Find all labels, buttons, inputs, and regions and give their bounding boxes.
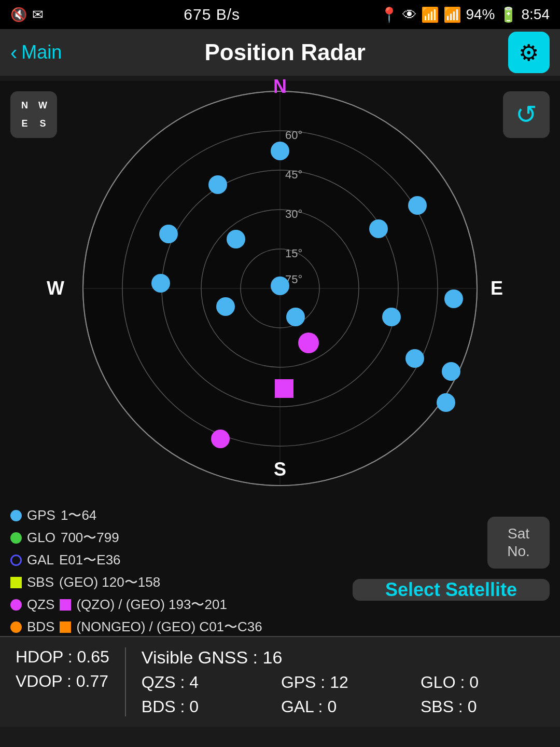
legend-gps-range: 1〜64: [61, 506, 96, 524]
sat-no-label: SatNo.: [507, 525, 530, 560]
sat-no-button[interactable]: SatNo.: [487, 517, 550, 569]
compass-s: S: [34, 115, 52, 133]
gps-stat: GPS : 12: [281, 673, 405, 692]
gal-dot: [10, 555, 22, 566]
svg-point-18: [216, 297, 235, 316]
wifi-icon: 📶: [421, 6, 439, 23]
legend-glo-range: 700〜799: [61, 529, 119, 547]
legend-bds-range: (NONGEO) / (GEO) C01〜C36: [76, 618, 262, 636]
svg-text:60°: 60°: [285, 129, 302, 142]
back-button[interactable]: ‹ Main: [10, 41, 62, 64]
gear-icon: ⚙: [519, 39, 539, 66]
back-label[interactable]: Main: [21, 42, 62, 63]
eye-icon: 👁: [402, 6, 417, 23]
legend-glo-label: GLO: [27, 530, 55, 546]
hdop-stat: HDOP : 0.65: [16, 647, 109, 667]
status-bar: 🔇 ✉ 675 B/s 📍 👁 📶 📶 94% 🔋 8:54: [0, 0, 560, 29]
email-icon: ✉: [32, 7, 44, 23]
status-speed: 675 B/s: [184, 6, 240, 23]
legend-qzs-label: QZS: [27, 597, 54, 613]
dop-stats: HDOP : 0.65 VDOP : 0.77: [16, 647, 109, 716]
svg-text:45°: 45°: [285, 168, 302, 181]
legend-sbs-range: (GEO) 120〜158: [59, 573, 160, 591]
compass-n: N: [16, 96, 34, 115]
refresh-button[interactable]: ↺: [503, 91, 550, 138]
direction-north: N: [273, 76, 287, 98]
svg-point-27: [437, 393, 455, 412]
page-title: Position Radar: [204, 39, 366, 65]
svg-point-25: [405, 349, 424, 368]
battery-pct: 94%: [466, 6, 495, 23]
svg-point-20: [369, 219, 388, 238]
svg-point-24: [444, 289, 463, 308]
status-icons: 🔇 ✉: [10, 7, 44, 23]
legend-gal-range: E01〜E36: [59, 551, 121, 569]
legend-container: GPS 1〜64 GLO 700〜799 GAL E01〜E36 SBS (GE…: [0, 501, 560, 636]
visible-gnss-stat: Visible GNSS : 16: [142, 647, 544, 668]
sbs-stat: SBS : 0: [421, 697, 544, 716]
svg-point-15: [159, 225, 178, 243]
sbs-square: [10, 577, 22, 588]
legend-gal-label: GAL: [27, 552, 54, 568]
radar-svg: 15° 30° 45° 60° 75°: [73, 81, 487, 496]
legend-sbs: SBS (GEO) 120〜158: [10, 573, 342, 591]
location-icon: 📍: [380, 6, 398, 23]
gal-stat: GAL : 0: [281, 697, 405, 716]
legend-glo: GLO 700〜799: [10, 529, 342, 547]
legend-bds-label: BDS: [27, 619, 54, 635]
direction-west: W: [47, 278, 64, 299]
gps-dot: [10, 510, 22, 521]
legend-list: GPS 1〜64 GLO 700〜799 GAL E01〜E36 SBS (GE…: [10, 506, 342, 636]
svg-point-14: [208, 175, 227, 194]
bds-dot: [10, 621, 22, 633]
legend-sbs-label: SBS: [27, 574, 54, 590]
header: ‹ Main Position Radar ⚙: [0, 29, 560, 76]
svg-point-30: [211, 430, 230, 448]
stats-bar: HDOP : 0.65 VDOP : 0.77 Visible GNSS : 1…: [0, 636, 560, 727]
svg-point-19: [408, 196, 427, 215]
qzs-sq: [60, 599, 71, 611]
qzs-stat: QZS : 4: [142, 673, 265, 692]
time: 8:54: [522, 6, 550, 23]
svg-rect-29: [275, 379, 293, 398]
legend-gal: GAL E01〜E36: [10, 551, 342, 569]
radar-section: N W E S ↺ N S E W 15° 30°: [0, 81, 560, 501]
svg-text:30°: 30°: [285, 208, 302, 220]
svg-point-17: [151, 274, 170, 293]
legend-bds: BDS (NONGEO) / (GEO) C01〜C36: [10, 618, 342, 636]
legend-qzs-range: (QZO) / (GEO) 193〜201: [76, 596, 227, 614]
legend-qzs: QZS (QZO) / (GEO) 193〜201: [10, 596, 342, 614]
back-chevron-icon: ‹: [10, 41, 17, 64]
qzs-dot: [10, 599, 22, 611]
select-satellite-label: Select Satellite: [385, 579, 517, 601]
glo-dot: [10, 532, 22, 544]
signal-icon: 📶: [443, 6, 461, 23]
svg-point-21: [271, 276, 289, 295]
direction-east: E: [491, 278, 503, 299]
bds-sq: [60, 621, 71, 633]
radar-display: N S E W 15° 30° 45° 60° 75°: [73, 81, 487, 496]
svg-text:15°: 15°: [285, 247, 302, 260]
bds-stat: BDS : 0: [142, 697, 265, 716]
status-right-icons: 📍 👁 📶 📶 94% 🔋 8:54: [380, 6, 550, 23]
glo-stat: GLO : 0: [421, 673, 544, 692]
battery-icon: 🔋: [499, 6, 517, 23]
svg-point-22: [286, 308, 305, 326]
gnss-stats: Visible GNSS : 16 QZS : 4 GPS : 12 GLO :…: [142, 647, 544, 716]
compass-indicator: N W E S: [10, 91, 57, 138]
legend-gps-label: GPS: [27, 507, 55, 523]
vdop-stat: VDOP : 0.77: [16, 672, 109, 691]
refresh-icon: ↺: [515, 100, 537, 130]
svg-point-26: [442, 362, 460, 381]
stats-divider: [125, 647, 126, 716]
legend-gps: GPS 1〜64: [10, 506, 342, 524]
compass-w: W: [34, 96, 52, 115]
direction-south: S: [274, 459, 286, 480]
svg-point-28: [298, 333, 319, 353]
mute-icon: 🔇: [10, 7, 27, 23]
settings-button[interactable]: ⚙: [508, 32, 550, 73]
svg-point-13: [271, 142, 289, 160]
select-satellite-button[interactable]: Select Satellite: [353, 579, 550, 601]
svg-point-23: [382, 308, 401, 326]
svg-point-16: [227, 230, 245, 248]
